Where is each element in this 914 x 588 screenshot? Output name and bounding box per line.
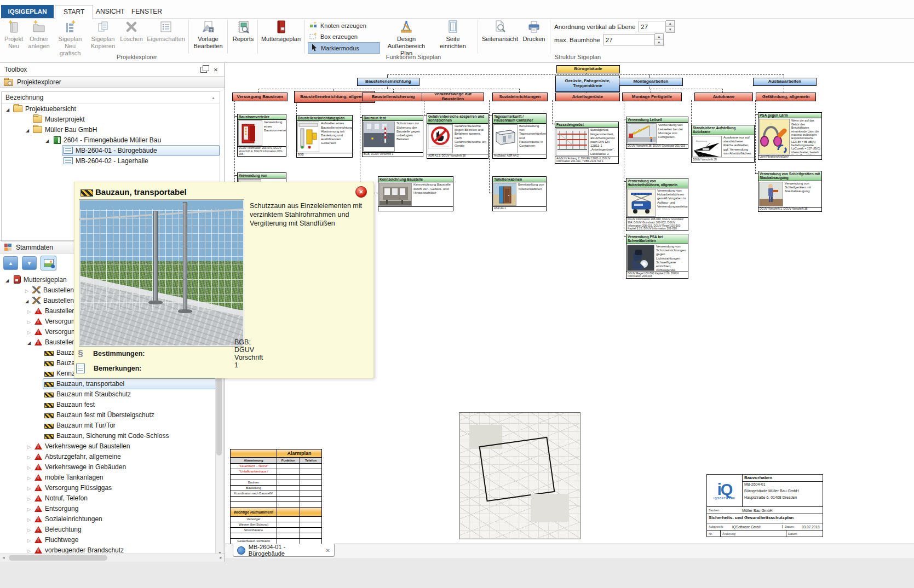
projektexplorer-bar[interactable]: Projektexplorer <box>0 76 225 88</box>
expander-icon[interactable] <box>25 474 33 481</box>
expander-icon[interactable] <box>24 126 31 134</box>
expander-icon[interactable] <box>25 307 33 315</box>
plan-card-autokrane[interactable]: Standsichere Aufstellung Autokrane Abstü… <box>691 125 755 163</box>
markiermodus-button[interactable]: Markiermodus <box>308 42 380 54</box>
plan-card-bauzaun-fest[interactable]: Bauzaun fest Schutzzaun zur Sicherung de… <box>362 115 423 157</box>
column-header-bezeichnung[interactable]: Bezeichnung ▲ <box>2 92 220 103</box>
expander-icon[interactable] <box>25 536 33 544</box>
document-tab[interactable]: MB-2604-01 - Bürogebäude ✕ <box>233 544 335 557</box>
float-panel-icon[interactable] <box>199 66 208 74</box>
project-tree-item[interactable]: Musterprojekt <box>2 114 220 124</box>
plan-card-leitseil[interactable]: Verwendung Leitseil Verwendung von Leits… <box>626 117 688 149</box>
expander-icon[interactable] <box>25 318 33 325</box>
stammdaten-tree-item[interactable]: Beleuchtung <box>1 524 216 534</box>
stammdaten-tree-item[interactable]: Bauzaun mit Staubschutz <box>1 389 216 399</box>
project-tree-item[interactable]: MB-2604-02 - Lagerhalle <box>2 155 220 166</box>
tab-close-icon[interactable]: ✕ <box>326 547 330 554</box>
expander-icon[interactable] <box>25 338 33 346</box>
eigenschaften-button[interactable]: Eigenschaften <box>146 19 186 43</box>
project-tree-item[interactable]: 2604 - Fimengebäude Müller Bau <box>2 135 220 145</box>
show-image-info-button[interactable] <box>41 256 56 270</box>
drucken-button[interactable]: Drucken <box>521 19 547 43</box>
expander-icon[interactable] <box>25 526 33 533</box>
plan-card-kennzeichnung[interactable]: Kennzeichnung Baustelle Kennzeichnung Ba… <box>378 176 453 211</box>
diagram-node-sozialeinrichtungen[interactable]: Sozialeinrichtungen <box>492 93 548 101</box>
expander-icon[interactable] <box>25 453 33 460</box>
diagram-node-verkehrswege[interactable]: Verkehrswege auf Baustellen <box>422 93 484 101</box>
expander-icon[interactable] <box>25 505 33 512</box>
stammdaten-tree-item[interactable]: Verkehrswege in Gebäuden <box>1 462 216 472</box>
project-tree-item[interactable]: Müller Bau GmbH <box>2 124 220 135</box>
stammdaten-tree-item[interactable]: Bauzaun, transportabel <box>1 378 216 389</box>
diagram-node-montagearbeiten[interactable]: Montagearbeiten <box>619 78 683 86</box>
diagram-node-arbeitsgerueste[interactable]: Arbeitsgerüste <box>555 93 620 101</box>
seite-einrichten-button[interactable]: Seiteeinrichten <box>438 19 468 50</box>
seitenansicht-button[interactable]: Seitenansicht <box>481 19 519 43</box>
stammdaten-tree-item[interactable]: Sozialeinrichtungen <box>1 514 216 524</box>
move-down-button[interactable]: ▼ <box>22 256 37 270</box>
muttersigeplan-button[interactable]: Muttersigeplan <box>260 19 302 43</box>
plan-card-baustromverteiler[interactable]: Baustromverteiler Verwendung eines Baust… <box>237 114 286 157</box>
diagram-node-baustellensicherung[interactable]: Baustellensicherung <box>362 93 424 101</box>
expander-icon[interactable] <box>25 442 33 450</box>
expander-icon[interactable] <box>25 546 33 554</box>
stammdaten-tree-item[interactable]: Notruf, Telefon <box>1 493 216 503</box>
stammdaten-tree-item[interactable]: Fluchtwege <box>1 534 216 545</box>
expander-icon[interactable] <box>25 494 33 502</box>
plan-card-hubarbeitsbuehnen[interactable]: Verwendung von Hubarbeitsbühnen, allgeme… <box>626 178 688 231</box>
stammdaten-tree-item[interactable]: Versorgung Flüssiggas <box>1 482 216 493</box>
stammdaten-tree-item[interactable]: Bauzaun mit Tür/Tor <box>1 420 216 430</box>
reports-button[interactable]: Reports <box>230 19 256 43</box>
diagram-node-buerogebaeude[interactable]: Bürogebäude <box>556 65 620 73</box>
drawing-titleblock[interactable]: iQ IQSOFTWARE Bauvorhaben MB-2604-01 Bür… <box>706 474 823 537</box>
anordnung-input[interactable]: 27 <box>639 21 666 32</box>
sigeplan-neu-grafisch-button[interactable]: Sigeplan Neugrafisch <box>53 19 88 57</box>
expander-icon[interactable] <box>4 105 12 113</box>
design-aussenbereich-button[interactable]: Design AußenbereichPlan <box>378 19 435 57</box>
popup-close-button[interactable]: ✕ <box>355 186 367 198</box>
box-erzeugen-button[interactable]: Box erzeugen <box>308 31 379 42</box>
expander-icon[interactable] <box>25 463 33 471</box>
diagram-node-baustelleneinrichtung[interactable]: Baustelleneinrichtung <box>357 78 419 86</box>
expander-icon[interactable] <box>3 276 11 284</box>
baumhoehe-spinner[interactable]: ▲▼ <box>655 33 664 46</box>
stammdaten-tree-item[interactable]: Bauzaun fest <box>1 399 216 410</box>
plan-card-tagesunterkunft[interactable]: Tagesunterkunft / Pausenraum Container B… <box>492 113 547 159</box>
expander-icon[interactable] <box>43 136 51 144</box>
diagram-node-gerueste[interactable]: Gerüste, Fahrgerüste, Treppentürme <box>555 76 620 92</box>
baumhoehe-input[interactable]: 27 <box>603 34 655 45</box>
expander-icon[interactable] <box>25 328 33 336</box>
project-tree-item[interactable]: Projektuebersicht <box>2 103 220 114</box>
stammdaten-tree-item[interactable]: mobile Tankanlagen <box>1 472 216 482</box>
stammdaten-tree-item[interactable]: Absturzgefahr, allgemeine <box>1 451 216 462</box>
site-map-image[interactable] <box>459 412 580 539</box>
knoten-erzeugen-button[interactable]: Knoten erzeugen <box>308 20 379 31</box>
plan-card-toilettenkabinen[interactable]: Toilettenkabinen Bereitstellung von Toil… <box>492 176 547 211</box>
app-menu-tab[interactable]: IQSIGEPLAN <box>1 5 54 18</box>
plan-card-einrichtungsplan[interactable]: Baustelleneinrichtungsplan Aufstellen ei… <box>296 115 353 158</box>
stammdaten-tree-item[interactable]: Bauzaun, Sicherung mit Code-Schloss <box>1 430 216 441</box>
diagram-node-gefaehrdung[interactable]: Gefährdung, allgemein <box>756 93 816 101</box>
move-up-button[interactable]: ▲ <box>3 256 18 270</box>
plan-card-psa-laerm[interactable]: PSA gegen Lärm Wenn der auf das Gehör de… <box>758 112 822 160</box>
tab-start[interactable]: START <box>55 5 93 19</box>
stammdaten-tree-item[interactable]: Bauzaun fest mit Übersteigschutz <box>1 410 216 420</box>
plan-card-gefahrenbereiche[interactable]: Gefahrenbereiche absperren und kennzeich… <box>427 113 488 159</box>
loeschen-button[interactable]: Löschen <box>118 19 145 43</box>
diagram-node-ausbauarbeiten[interactable]: Ausbauarbeiten <box>753 78 817 86</box>
stammdaten-tree-item[interactable]: Entsorgung <box>1 503 216 514</box>
stammdaten-tree-item[interactable]: Verkehrswege auf Baustellen <box>1 441 216 451</box>
diagram-node-montage-fertigteile[interactable]: Montage Fertigteile <box>622 93 682 101</box>
sigeplan-kopieren-button[interactable]: SigeplanKopieren <box>89 19 117 50</box>
tab-fenster[interactable]: FENSTER <box>123 5 170 18</box>
diagram-node-autokrane[interactable]: Autokrane <box>694 93 753 101</box>
panel-horizontal-scrollbar[interactable]: ◄ ► <box>0 554 225 562</box>
project-tree-item[interactable]: MB-2604-01 - Bürogebäude <box>2 145 220 155</box>
plan-card-psa-schweissen[interactable]: Verwendung PSA bei Schweißarbeiten Verwe… <box>626 234 688 279</box>
expander-icon[interactable] <box>25 484 33 492</box>
expander-icon[interactable] <box>23 286 31 294</box>
alarmplan-table[interactable]: Alarmplan Alarmierung Funktion Telefon "… <box>230 449 322 552</box>
diagram-node-versorgung-baustrom[interactable]: Versorgung Baustrom <box>232 93 288 101</box>
expander-icon[interactable] <box>25 515 33 523</box>
anordnung-spinner[interactable]: ▲▼ <box>666 20 675 33</box>
